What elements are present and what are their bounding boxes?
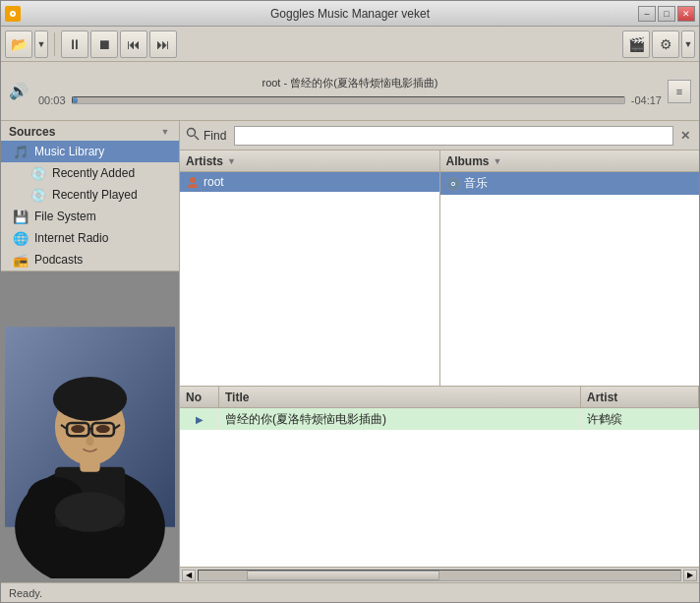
artists-header: Artists ▼	[180, 151, 439, 172]
find-label	[186, 127, 200, 144]
prev-button[interactable]: ⏮	[120, 30, 147, 58]
settings-icon: ⚙	[660, 36, 672, 52]
track-header: No Title Artist	[180, 387, 699, 408]
next-button[interactable]: ⏭	[149, 30, 177, 58]
toolbar: 📂 ▼ ⏸ ⏹ ⏮ ⏭ 🎬 ⚙ ▼	[1, 27, 699, 62]
album-icon	[446, 177, 460, 191]
artist-item-root[interactable]: root	[180, 172, 439, 192]
main-content: Sources ▼ 🎵 Music Library 💿 Recently Add…	[1, 121, 699, 582]
horizontal-scrollbar[interactable]: ◀ ▶	[180, 567, 699, 582]
video-icon: 🎬	[628, 36, 645, 52]
svg-point-2	[12, 13, 14, 15]
artists-sort-arrow: ▼	[227, 156, 236, 166]
maximize-button[interactable]: □	[658, 6, 675, 22]
internet-radio-icon: 🌐	[13, 230, 29, 246]
open-group: 📂 ▼	[5, 30, 48, 58]
sidebar-item-file-system[interactable]: 💾 File System	[1, 206, 179, 227]
table-row[interactable]: ▶ 曾经的你(夏洛特烦恼电影插曲) 许鹤缤	[180, 408, 699, 430]
sidebar-header-label: Sources	[9, 125, 55, 139]
albums-sort-arrow: ▼	[494, 156, 502, 166]
recently-played-label: Recently Played	[52, 188, 138, 202]
window-controls: – □ ✕	[638, 6, 695, 22]
recently-added-label: Recently Added	[52, 166, 135, 180]
time-current: 00:03	[38, 94, 66, 106]
open-arrow-button[interactable]: ▼	[34, 30, 48, 58]
svg-line-20	[195, 136, 199, 140]
equalizer-icon: ≡	[676, 86, 682, 97]
minimize-button[interactable]: –	[638, 6, 656, 22]
volume-control: 🔊	[9, 82, 29, 100]
stop-button[interactable]: ⏹	[90, 30, 118, 58]
titlebar: Goggles Music Manager veket – □ ✕	[1, 1, 699, 27]
equalizer-button[interactable]: ≡	[668, 80, 691, 103]
player-center: root - 曾经的你(夏洛特烦恼电影插曲) 00:03 -04:17	[38, 76, 662, 106]
album-artwork	[1, 271, 179, 582]
artwork-image	[5, 275, 175, 578]
main-window: Goggles Music Manager veket – □ ✕ 📂 ▼ ⏸	[0, 0, 700, 603]
progress-row: 00:03 -04:17	[38, 94, 662, 106]
browser-pane: Artists ▼ root	[180, 151, 699, 387]
close-button[interactable]: ✕	[677, 6, 695, 22]
right-panel: Find ✕ Artists ▼	[180, 121, 699, 582]
prev-icon: ⏮	[127, 36, 141, 52]
track-list[interactable]: ▶ 曾经的你(夏洛特烦恼电影插曲) 许鹤缤	[180, 408, 699, 567]
stop-icon: ⏹	[97, 36, 111, 52]
hscroll-left-button[interactable]: ◀	[182, 570, 196, 581]
col-title-header: Title	[219, 387, 581, 407]
albums-column: Albums ▼ 音乐	[440, 151, 700, 386]
albums-header: Albums ▼	[440, 151, 700, 172]
track-no-cell: ▶	[180, 408, 219, 430]
status-text: Ready.	[9, 587, 42, 599]
col-no-header: No	[180, 387, 219, 407]
settings-arrow-button[interactable]: ▼	[681, 30, 695, 58]
svg-point-18	[55, 492, 125, 532]
sidebar-header-arrow: ▼	[159, 126, 171, 138]
track-pane: No Title Artist ▶ 曾经的你(夏洛特烦恼电影插曲)	[180, 387, 699, 582]
artist-label: root	[204, 175, 224, 189]
progress-bar[interactable]	[72, 96, 625, 104]
sidebar: Sources ▼ 🎵 Music Library 💿 Recently Add…	[1, 121, 180, 582]
podcasts-icon: 📻	[13, 252, 29, 268]
artist-icon	[186, 175, 200, 189]
col-artist-header: Artist	[581, 387, 699, 407]
sidebar-item-music-library[interactable]: 🎵 Music Library	[1, 141, 179, 162]
app-icon	[5, 6, 21, 22]
pause-button[interactable]: ⏸	[61, 30, 88, 58]
hscroll-right-button[interactable]: ▶	[683, 570, 697, 581]
next-icon: ⏭	[156, 36, 170, 52]
artwork-container	[5, 275, 175, 578]
find-bar: Find ✕	[180, 121, 699, 151]
artists-list[interactable]: root	[180, 172, 439, 386]
svg-point-16	[86, 436, 93, 446]
toolbar-sep-1	[54, 32, 55, 56]
volume-icon[interactable]: 🔊	[9, 82, 29, 100]
find-input[interactable]	[234, 126, 673, 146]
track-title-cell: 曾经的你(夏洛特烦恼电影插曲)	[219, 408, 581, 430]
player-title: root - 曾经的你(夏洛特烦恼电影插曲)	[262, 76, 438, 90]
hscroll-track[interactable]	[198, 570, 681, 581]
sidebar-item-podcasts[interactable]: 📻 Podcasts	[1, 249, 179, 271]
album-label: 音乐	[464, 175, 488, 192]
track-artist-cell: 许鹤缤	[581, 408, 699, 430]
hscroll-thumb[interactable]	[247, 571, 439, 580]
recently-added-icon: 💿	[30, 165, 46, 181]
internet-radio-label: Internet Radio	[34, 231, 108, 245]
sidebar-item-internet-radio[interactable]: 🌐 Internet Radio	[1, 227, 179, 249]
find-clear-button[interactable]: ✕	[677, 128, 693, 144]
svg-point-21	[190, 177, 196, 183]
progress-fill	[73, 97, 79, 103]
play-indicator-icon: ▶	[196, 414, 204, 425]
albums-list[interactable]: 音乐	[440, 172, 700, 386]
svg-point-8	[53, 377, 127, 421]
artists-column: Artists ▼ root	[180, 151, 440, 386]
album-item-music[interactable]: 音乐	[440, 172, 700, 195]
settings-button[interactable]: ⚙	[652, 30, 679, 58]
svg-point-15	[96, 425, 110, 433]
open-button[interactable]: 📂	[5, 30, 32, 58]
title-text: Goggles Music Manager veket	[270, 7, 430, 21]
sidebar-item-recently-added[interactable]: 💿 Recently Added	[1, 162, 179, 184]
video-button[interactable]: 🎬	[622, 30, 650, 58]
playback-group: ⏸ ⏹ ⏮ ⏭	[61, 30, 177, 58]
sidebar-item-recently-played[interactable]: 💿 Recently Played	[1, 184, 179, 206]
podcasts-label: Podcasts	[34, 253, 83, 267]
